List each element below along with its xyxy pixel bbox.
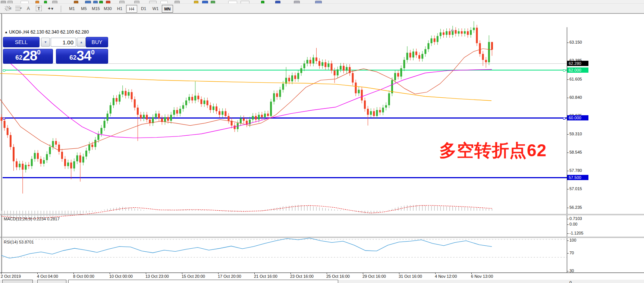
panel-separator[interactable] [0, 214, 644, 215]
rsi-tick-100: 100 [569, 238, 576, 242]
price-tick-56.235-tick [567, 208, 569, 208]
toolbar-icon-stub[interactable] [211, 1, 215, 4]
buy-button[interactable]: BUY [86, 37, 108, 47]
price-tick-63.150: 63.150 [569, 40, 582, 44]
time-label: 2 Oct 2019 [1, 274, 21, 279]
toolbar-icon-stub[interactable] [119, 1, 125, 4]
price-badge-60.000: 60.000 [567, 115, 588, 120]
timeframe-button-H1[interactable]: H1 [114, 5, 125, 13]
time-label: 29 Oct 16:00 [362, 274, 386, 279]
rsi-tick-70-tick [567, 253, 569, 254]
clipped-tab-box[interactable] [68, 280, 338, 283]
buy-price-tile[interactable]: 62340 [56, 49, 108, 64]
macd-tick--1.1205-tick [567, 233, 569, 234]
toolbar-icon-stub[interactable] [99, 1, 103, 4]
symbol-triangle-icon: ▲ [4, 30, 8, 34]
rsi-tick-100-tick [567, 240, 569, 241]
timeframe-button-MN[interactable]: MN [162, 5, 173, 13]
macd-tick-0.00-tick [567, 224, 569, 225]
chart-title: ▲ UKOil-,H4 62.130 62.340 62.100 62.280 [4, 29, 89, 35]
price-tick-58.545-tick [567, 152, 569, 153]
price-tick-60.840-tick [567, 98, 569, 98]
chart-shift-marker[interactable] [450, 29, 454, 31]
clipped-standard-toolbar [0, 0, 644, 4]
volume-input[interactable] [51, 38, 76, 47]
text-label-icon[interactable]: A [24, 4, 33, 13]
price-tick-59.310-tick [567, 134, 569, 135]
timeframe-button-M5[interactable]: M5 [78, 5, 89, 13]
toolbar-icon-stub[interactable] [21, 1, 29, 4]
rsi-tick-30: 30 [569, 268, 574, 273]
timeframe-button-H4[interactable]: H4 [126, 5, 137, 13]
level-62-line-marker[interactable] [563, 69, 565, 72]
time-label: 8 Oct 00:00 [73, 274, 94, 279]
toolbar-icon-stub[interactable] [134, 1, 139, 4]
one-click-trading-panel: SELL ▾ ▴ BUY 62280 62340 [3, 37, 108, 63]
toolbar-icon-stub[interactable] [294, 1, 300, 4]
price-tick-60.840: 60.840 [569, 95, 582, 100]
toolbar-icon-stub[interactable] [149, 1, 157, 4]
toolbar-icon-stub[interactable] [241, 1, 249, 4]
buy-price-sup: 0 [91, 49, 94, 56]
buy-price-head: 62 [69, 53, 76, 63]
toolbar-icon-stub[interactable] [202, 1, 208, 4]
toolbar-icon-stub[interactable] [194, 1, 198, 4]
toolbar-icon-stub[interactable] [175, 1, 180, 4]
volume-increase-button[interactable]: ▴ [77, 38, 86, 47]
level-60-line-marker[interactable] [3, 117, 5, 120]
toolbar-icon-stub[interactable] [275, 1, 280, 4]
toolbar-icon-stub[interactable] [228, 1, 237, 4]
sell-price-tile[interactable]: 62280 [3, 49, 53, 64]
buy-price-main: 34 [76, 49, 91, 63]
toolbar-icon-stub[interactable] [74, 1, 78, 4]
sell-price-main: 28 [22, 49, 37, 63]
time-label: 23 Oct 16:00 [290, 274, 314, 279]
macd-tick-0.7103-tick [567, 219, 569, 219]
macd-tick-0.00: 0.00 [569, 222, 577, 226]
toolbar-icon-stub[interactable] [52, 1, 57, 4]
toolbar-icon-stub[interactable] [85, 1, 91, 4]
timeframe-button-W1[interactable]: W1 [150, 5, 161, 13]
draw-objects-icon[interactable]: E [3, 4, 12, 13]
panel-separator[interactable] [0, 237, 644, 238]
price-tick-59.310: 59.310 [569, 132, 582, 136]
clipped-tab-box[interactable] [37, 280, 66, 283]
arrows-dropdown-icon[interactable]: ✦▾ [45, 4, 56, 13]
clipped-tab-box[interactable] [2, 280, 33, 283]
level-60-line[interactable] [3, 117, 567, 119]
level-60-line-marker[interactable] [563, 117, 565, 120]
toolbar-icon-stub[interactable] [93, 1, 98, 4]
timeframe-button-M30[interactable]: M30 [102, 5, 113, 13]
timeframe-button-D1[interactable]: D1 [138, 5, 149, 13]
time-label: 10 Oct 00:00 [109, 274, 133, 279]
price-badge-62.000: 62.000 [567, 67, 588, 73]
sell-button[interactable]: SELL [3, 37, 40, 47]
volume-decrease-button[interactable]: ▾ [41, 38, 50, 47]
timeframe-button-M1[interactable]: M1 [66, 5, 78, 13]
toolbar-icon-stub[interactable] [1, 1, 6, 4]
toolbar-icon-stub[interactable] [44, 1, 47, 4]
time-axis[interactable]: 2 Oct 20194 Oct 04:008 Oct 00:0010 Oct 0… [0, 273, 644, 280]
price-tick-57.780: 57.780 [569, 168, 582, 173]
time-label: 4 Nov 12:00 [435, 274, 457, 279]
time-label: 31 Oct 16:00 [399, 274, 422, 279]
rsi-tick-70: 70 [569, 251, 574, 255]
text-box-icon[interactable]: T [34, 4, 43, 13]
toolbar-icon-stub[interactable] [106, 1, 110, 4]
level-62-line-marker[interactable] [3, 69, 5, 72]
price-tick-58.545: 58.545 [569, 150, 582, 154]
macd-indicator-label: MACD(12,26,9) 0.2234 0.2817 [4, 217, 60, 221]
toolbar-icon-stub[interactable] [35, 1, 39, 4]
grid-lines-icon[interactable]: F [13, 4, 22, 13]
level-62-line[interactable] [3, 70, 567, 70]
timeframe-button-M15[interactable]: M15 [90, 5, 101, 13]
toolbar-icon-stub[interactable] [315, 1, 322, 4]
toolbar-icon-stub[interactable] [160, 1, 168, 4]
time-label: 6 Nov 13:00 [471, 274, 493, 279]
toolbar-icon-stub[interactable] [261, 1, 264, 4]
time-label: 4 Oct 04:00 [37, 274, 58, 279]
level-57-5-line[interactable] [3, 177, 567, 178]
symbol-period: UKOil-,H4 [9, 29, 29, 35]
toolbar-icon-stub[interactable] [7, 1, 13, 4]
toolbar-separator [60, 5, 62, 12]
